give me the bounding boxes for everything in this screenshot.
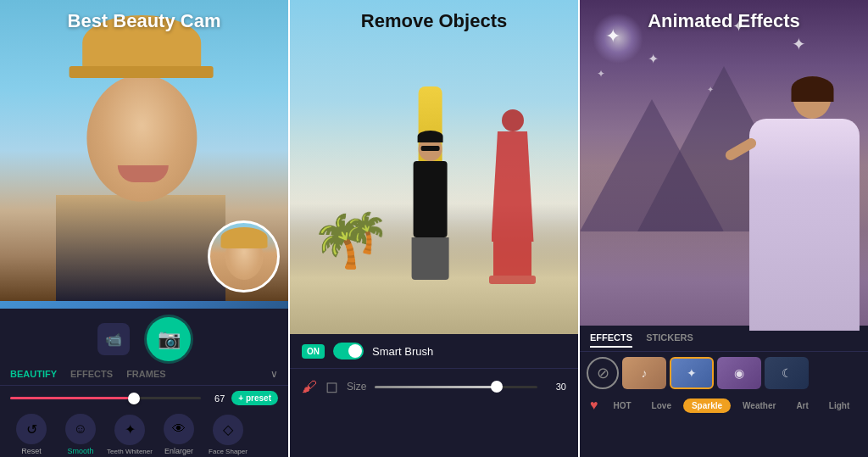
panel-remove-objects: 🌴 🌴 Remove Objec (288, 0, 580, 457)
effect-thumb-3-icon: ◉ (734, 366, 744, 380)
panel1-controls: 📹 📷 BEAUTIFY EFFECTS FRAMES ∨ 67 + prese… (0, 309, 288, 457)
video-mode-button[interactable]: 📹 (97, 323, 130, 355)
tool-smooth-label: Smooth (67, 447, 93, 455)
category-grid[interactable]: Grid (861, 398, 868, 413)
woman-head (793, 76, 832, 119)
faceshaper-icon: ◇ (213, 415, 243, 445)
woman-dress (749, 119, 860, 331)
teeth-icon: ✦ (114, 415, 145, 445)
category-light[interactable]: Light (821, 398, 858, 413)
effect-thumb-2-icon: ✦ (687, 366, 697, 380)
smart-brush-toggle[interactable] (333, 343, 364, 359)
size-slider-fill (375, 386, 497, 388)
tools-row: ↺ Reset ☺ Smooth ✦ Teeth Whitener 👁 Enla… (0, 410, 288, 457)
panel2-title-bar: Remove Objects (290, 0, 578, 42)
camera-icon: 📷 (158, 328, 181, 350)
hat-brim (70, 66, 214, 78)
smooth-icon: ☺ (65, 414, 96, 444)
red-head (502, 109, 524, 131)
tab-effects[interactable]: EFFECTS (70, 369, 113, 379)
panel-animated-effects: ✦ ✦ ✦ ✦ ✦ ✦ Animated Effects EFFECTS STI… (580, 0, 868, 457)
tab-frames[interactable]: FRAMES (126, 369, 165, 379)
shorts-shape (412, 237, 449, 280)
slider-value: 67 (208, 393, 225, 404)
panel3-title: Animated Effects (590, 10, 858, 32)
tool-faceshaper-label: Face Shaper (209, 448, 248, 455)
effect-thumb-1[interactable]: ♪ (622, 357, 666, 389)
palm-tree-right: 🌴 (337, 206, 392, 259)
tool-smooth[interactable]: ☺ Smooth (56, 414, 105, 455)
slider-fill (10, 397, 134, 399)
on-badge: ON (302, 344, 325, 359)
no-effect-button[interactable]: ⊘ (587, 357, 619, 389)
toggle-thumb (348, 344, 362, 358)
video-icon: 📹 (105, 332, 122, 348)
red-silhouette-figure (489, 109, 536, 284)
eraser-icon: ◻ (326, 377, 338, 396)
panel1-title-bar: Best Beauty Cam (0, 0, 288, 42)
slider-thumb[interactable] (128, 393, 140, 404)
preset-button[interactable]: + preset (231, 391, 278, 405)
tool-reset[interactable]: ↺ Reset (7, 414, 56, 455)
beauty-tabs: BEAUTIFY EFFECTS FRAMES ∨ (0, 368, 288, 386)
tab-effects[interactable]: EFFECTS (590, 332, 632, 348)
effects-category-row: ♥ HOT Love Sparkle Weather Art Light Gri… (580, 394, 868, 416)
category-art[interactable]: Art (787, 398, 816, 413)
person-body (414, 161, 448, 237)
beauty-slider-row: 67 + preset (0, 386, 288, 410)
sparkle-2: ✦ (648, 51, 659, 67)
category-weather[interactable]: Weather (734, 398, 784, 413)
effect-thumb-4[interactable]: ☾ (765, 357, 809, 389)
enlarger-icon: 👁 (164, 414, 194, 444)
preview-hat (220, 227, 267, 248)
tool-teeth[interactable]: ✦ Teeth Whitener (105, 415, 154, 455)
panel2-title: Remove Objects (300, 10, 568, 32)
chevron-down-icon: ∨ (270, 368, 278, 380)
body-shape (56, 195, 225, 301)
tool-enlarger-label: Enlarger (164, 447, 193, 455)
red-legs (493, 242, 531, 276)
beauty-cam-scene (0, 0, 288, 301)
size-slider[interactable] (375, 386, 537, 388)
smart-brush-row: ON Smart Brush (290, 334, 578, 369)
tab-stickers[interactable]: STICKERS (646, 332, 693, 348)
heart-icon[interactable]: ♥ (587, 398, 602, 413)
panel1-title: Best Beauty Cam (10, 10, 278, 32)
size-row: 🖌 ◻ Size 30 (290, 369, 578, 404)
sparkle-4: ✦ (597, 68, 605, 80)
preview-circle (208, 220, 280, 293)
person-head (419, 137, 442, 161)
remove-objects-scene: 🌴 🌴 (290, 0, 578, 339)
smart-brush-label: Smart Brush (372, 345, 433, 358)
size-slider-thumb[interactable] (491, 381, 503, 393)
reset-icon: ↺ (16, 414, 47, 444)
panel-beauty-cam: Best Beauty Cam 📹 📷 BEAUTIFY EFFECTS FRA… (0, 0, 288, 457)
effect-thumbnails-row: ⊘ ♪ ✦ ◉ ☾ (580, 352, 868, 394)
panel3-controls: EFFECTS STICKERS ⊘ ♪ ✦ ◉ ☾ ♥ HOT Love Sp… (580, 326, 868, 457)
category-hot[interactable]: HOT (605, 398, 640, 413)
brush-icon: 🖌 (302, 378, 317, 396)
effect-thumb-sparkle[interactable]: ✦ (670, 357, 714, 389)
tool-reset-label: Reset (21, 447, 42, 455)
beauty-slider[interactable] (10, 397, 201, 399)
effect-thumb-1-icon: ♪ (642, 366, 648, 380)
tool-teeth-label: Teeth Whitener (107, 448, 153, 455)
tool-faceshaper[interactable]: ◇ Face Shaper (203, 415, 253, 455)
category-love[interactable]: Love (643, 398, 680, 413)
face-shape (86, 75, 197, 202)
size-label: Size (347, 381, 366, 393)
tool-enlarger[interactable]: 👁 Enlarger (154, 414, 203, 455)
effect-thumb-3[interactable]: ◉ (717, 357, 761, 389)
animated-effects-scene: ✦ ✦ ✦ ✦ ✦ ✦ (580, 0, 868, 331)
cap-shape (418, 131, 443, 142)
category-sparkle[interactable]: Sparkle (683, 398, 731, 413)
panel3-title-bar: Animated Effects (580, 0, 868, 42)
capture-button[interactable]: 📷 (147, 317, 191, 361)
size-value: 30 (546, 382, 566, 392)
surfer-figure (412, 137, 449, 280)
tab-beautify[interactable]: BEAUTIFY (10, 369, 57, 379)
camera-buttons-row: 📹 📷 (0, 309, 288, 368)
red-body (492, 131, 534, 242)
panel2-controls: ON Smart Brush 🖌 ◻ Size 30 (290, 334, 578, 457)
skateboard-shape (489, 276, 536, 284)
